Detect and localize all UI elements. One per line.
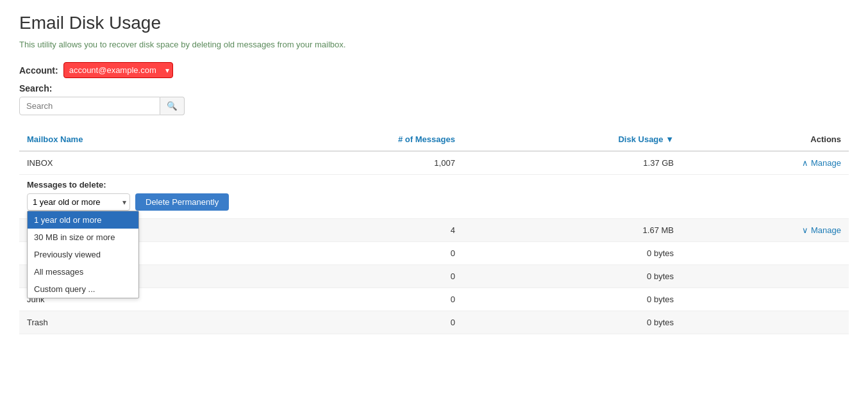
disk-usage-cell: 0 bytes [463, 242, 681, 265]
mailbox-name-cell: INBOX [19, 151, 240, 175]
actions-cell [681, 288, 849, 311]
num-messages-cell: 0 [240, 242, 463, 265]
disk-usage-cell: 0 bytes [463, 265, 681, 288]
col-disk-usage: Disk Usage ▼ [463, 128, 681, 151]
delete-controls-cell: Messages to delete:1 year old or more30 … [19, 175, 849, 219]
page-subtitle: This utility allows you to recover disk … [19, 40, 849, 49]
num-messages-cell: 0 [240, 311, 463, 334]
actions-cell [681, 265, 849, 288]
num-messages-cell: 0 [240, 265, 463, 288]
chevron-down-icon: ∨ [802, 225, 808, 235]
actions-cell [681, 311, 849, 334]
actions-cell: ∨ Manage [681, 219, 849, 242]
controls-row: 1 year old or more30 MB in size or moreP… [27, 193, 841, 211]
disk-usage-cell: 1.67 MB [463, 219, 681, 242]
disk-usage-cell: 0 bytes [463, 288, 681, 311]
delete-select-wrapper: 1 year old or more30 MB in size or moreP… [27, 193, 130, 211]
disk-usage-cell: 0 bytes [463, 311, 681, 334]
table-row: 41.67 MB∨ Manage [19, 219, 849, 242]
chevron-up-icon: ∧ [802, 158, 808, 168]
account-select[interactable]: account@example.com [63, 62, 173, 78]
account-label: Account: [19, 65, 58, 76]
delete-permanently-button[interactable]: Delete Permanently [135, 193, 229, 211]
dropdown-item[interactable]: 1 year old or more [28, 211, 138, 229]
mailbox-table: Mailbox Name # of Messages Disk Usage ▼ … [19, 128, 849, 334]
table-row: Drafts00 bytes [19, 242, 849, 265]
search-button[interactable]: 🔍 [160, 97, 185, 115]
actions-cell [681, 242, 849, 265]
delete-controls-row: Messages to delete:1 year old or more30 … [19, 175, 849, 219]
page-title: Email Disk Usage [19, 13, 849, 33]
table-row: INBOX1,0071.37 GB∧ Manage [19, 151, 849, 175]
num-messages-cell: 1,007 [240, 151, 463, 175]
actions-cell: ∧ Manage [681, 151, 849, 175]
disk-usage-cell: 1.37 GB [463, 151, 681, 175]
search-input[interactable] [19, 97, 160, 115]
table-row: Junk00 bytes [19, 288, 849, 311]
search-icon: 🔍 [167, 101, 178, 111]
table-header-row: Mailbox Name # of Messages Disk Usage ▼ … [19, 128, 849, 151]
dropdown-item[interactable]: Custom query ... [28, 280, 138, 298]
col-actions: Actions [681, 128, 849, 151]
dropdown-item[interactable]: All messages [28, 263, 138, 280]
col-num-messages: # of Messages [240, 128, 463, 151]
manage-link[interactable]: ∧ Manage [802, 158, 841, 168]
delete-criteria-dropdown: 1 year old or more30 MB in size or moreP… [27, 211, 139, 298]
search-label: Search: [19, 83, 849, 93]
num-messages-cell: 0 [240, 288, 463, 311]
dropdown-item[interactable]: Previously viewed [28, 246, 138, 263]
manage-link[interactable]: ∨ Manage [802, 225, 841, 235]
mailbox-name-cell: Trash [19, 311, 240, 334]
dropdown-item[interactable]: 30 MB in size or more [28, 229, 138, 246]
delete-criteria-select[interactable]: 1 year old or more30 MB in size or moreP… [27, 193, 130, 211]
col-mailbox-name: Mailbox Name [19, 128, 240, 151]
num-messages-cell: 4 [240, 219, 463, 242]
table-row: Trash00 bytes [19, 311, 849, 334]
table-row: Sent00 bytes [19, 265, 849, 288]
messages-to-delete-label: Messages to delete: [27, 180, 841, 190]
